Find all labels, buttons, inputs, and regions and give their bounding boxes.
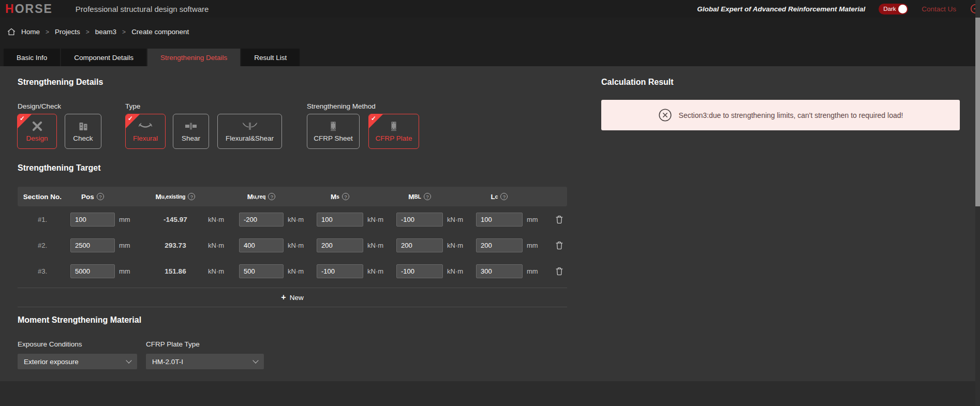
help-icon[interactable]: ? (188, 193, 195, 200)
tab-result-list[interactable]: Result List (241, 49, 300, 66)
help-icon[interactable]: ? (97, 193, 104, 200)
app-root: HORSE Professional structural design sof… (0, 0, 980, 406)
unit-label: mm (526, 216, 548, 223)
flexural-option[interactable]: ✓ Flexural (125, 114, 166, 149)
horse-logo[interactable]: HORSE (5, 2, 53, 16)
ms-input[interactable] (317, 213, 363, 227)
cfrp-plate-type-value: HM-2.0T-I (152, 358, 183, 366)
unit-label: mm (118, 216, 144, 223)
pos-input[interactable] (70, 213, 115, 227)
mbl-input[interactable] (396, 264, 443, 278)
table-footer: + New (18, 288, 567, 307)
breadcrumb-create-component[interactable]: Create component (131, 28, 189, 36)
calculator-icon (79, 121, 88, 132)
unit-label: kN·m (446, 267, 473, 275)
mbl-input[interactable] (396, 213, 443, 227)
ms-input[interactable] (317, 264, 363, 278)
contact-us-link[interactable]: Contact Us (922, 5, 956, 13)
row-label: #2. (38, 242, 47, 249)
cfrp-sheet-option-label: CFRP Sheet (314, 134, 353, 142)
add-new-row-button[interactable]: + New (278, 293, 306, 302)
strengthening-method-label: Strengthening Method (307, 102, 376, 110)
breadcrumb-beam3[interactable]: beam3 (95, 28, 116, 36)
breadcrumb-separator: > (46, 28, 49, 36)
breadcrumb-projects[interactable]: Projects (55, 28, 80, 36)
breadcrumb-home[interactable]: Home (21, 28, 40, 36)
lc-input[interactable] (476, 264, 523, 278)
table-row: #3. mm 151.86 kN·m kN·m kN·m kN·m mm (18, 258, 567, 284)
logo-letter-h: H (5, 2, 15, 16)
cfrp-sheet-option[interactable]: CFRP Sheet (307, 114, 360, 149)
chrome-bar: Home > Projects > beam3 > Create compone… (0, 18, 980, 66)
error-circle-x-icon (658, 108, 672, 122)
col-header-mbl: MBL? (396, 193, 443, 201)
footer-strip (0, 381, 980, 406)
calculation-error-alert: Section3:due to strengthening limits, ca… (601, 100, 960, 130)
home-icon[interactable] (7, 28, 16, 36)
check-mark-icon: ✓ (128, 115, 133, 122)
delete-row-icon[interactable] (556, 241, 563, 250)
lc-input[interactable] (476, 213, 523, 227)
unit-label: mm (118, 242, 144, 249)
mu-req-input[interactable] (239, 264, 284, 278)
unit-label: kN·m (366, 242, 393, 249)
unit-label: mm (526, 242, 548, 249)
strengthening-target-title: Strengthening Target (18, 163, 101, 173)
mu-existing-value: -145.97 (164, 216, 187, 223)
delete-row-icon[interactable] (556, 267, 563, 276)
pos-input[interactable] (70, 238, 115, 252)
mbl-input[interactable] (396, 238, 443, 252)
check-option[interactable]: Check (65, 114, 101, 149)
help-icon[interactable]: ? (342, 193, 349, 200)
lc-input[interactable] (476, 238, 523, 252)
error-message: Section3:due to strengthening limits, ca… (679, 111, 903, 119)
scrollbar-thumb[interactable] (975, 18, 980, 206)
design-icon (31, 121, 43, 132)
theme-toggle[interactable]: Dark (879, 4, 908, 14)
pos-input[interactable] (70, 264, 115, 278)
tab-component-details[interactable]: Component Details (61, 49, 146, 66)
shear-icon (184, 121, 198, 132)
unit-label: kN·m (287, 267, 314, 275)
mu-req-input[interactable] (239, 213, 284, 227)
shear-option-label: Shear (182, 134, 200, 142)
cfrp-plate-icon (390, 121, 398, 132)
help-icon[interactable]: ? (424, 193, 431, 200)
row-label: #3. (38, 267, 47, 275)
col-header-pos: Pos? (70, 193, 115, 201)
cfrp-plate-type-select[interactable]: HM-2.0T-I (146, 354, 264, 369)
tab-basic-info[interactable]: Basic Info (4, 49, 60, 66)
exposure-conditions-select[interactable]: Exterior exposure (18, 354, 137, 369)
top-header: HORSE Professional structural design sof… (0, 0, 980, 18)
theme-toggle-label: Dark (883, 6, 896, 12)
shear-option[interactable]: Shear (173, 114, 209, 149)
flexural-icon (138, 121, 153, 132)
flexural-shear-icon (241, 121, 259, 132)
target-table-header: Section No. Pos? Mu,existing? Mu,req? Ms… (18, 187, 567, 206)
flexural-shear-option[interactable]: Flexural&Shear (217, 114, 282, 149)
theme-toggle-knob (898, 5, 907, 13)
mu-req-input[interactable] (239, 238, 284, 252)
unit-label: kN·m (446, 242, 473, 249)
tab-strengthening-details[interactable]: Strengthening Details (147, 49, 240, 66)
help-icon[interactable]: ? (268, 193, 275, 200)
breadcrumb: Home > Projects > beam3 > Create compone… (7, 28, 189, 36)
col-header-mu-existing: Mu,existing? (147, 193, 204, 201)
flexural-option-label: Flexural (133, 134, 158, 142)
cfrp-plate-option[interactable]: ✓ CFRP Plate (368, 114, 419, 149)
new-button-label: New (290, 294, 304, 302)
design-check-label: Design/Check (18, 102, 61, 110)
ms-input[interactable] (317, 238, 363, 252)
moment-material-title: Moment Strengthening Material (18, 315, 141, 325)
table-row: #1. mm -145.97 kN·m kN·m kN·m kN·m mm (18, 206, 567, 232)
unit-label: kN·m (207, 242, 236, 249)
design-option[interactable]: ✓ Design (17, 114, 57, 149)
design-option-label: Design (26, 134, 48, 142)
breadcrumb-separator: > (122, 28, 126, 36)
strengthening-details-title: Strengthening Details (18, 78, 103, 87)
delete-row-icon[interactable] (556, 215, 563, 224)
check-mark-icon: ✓ (371, 115, 376, 122)
exposure-conditions-value: Exterior exposure (24, 358, 79, 366)
help-icon[interactable]: ? (500, 193, 508, 200)
breadcrumb-separator: > (86, 28, 90, 36)
